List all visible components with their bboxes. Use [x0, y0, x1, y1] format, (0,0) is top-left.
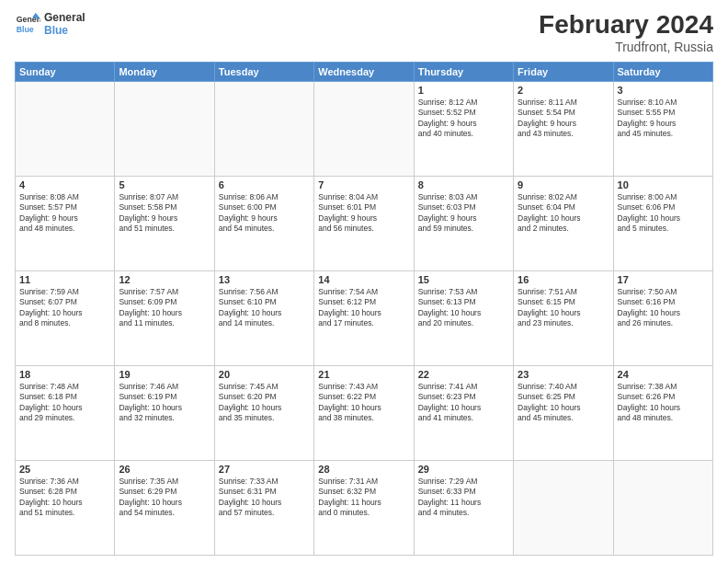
day-info: Sunrise: 7:38 AM Sunset: 6:26 PM Dayligh…: [618, 382, 709, 424]
calendar-cell: 29Sunrise: 7:29 AM Sunset: 6:33 PM Dayli…: [414, 460, 513, 555]
calendar-cell: 5Sunrise: 8:07 AM Sunset: 5:58 PM Daylig…: [115, 176, 214, 270]
column-header-friday: Friday: [514, 62, 613, 81]
day-info: Sunrise: 8:08 AM Sunset: 5:57 PM Dayligh…: [19, 192, 110, 235]
calendar-cell: 7Sunrise: 8:04 AM Sunset: 6:01 PM Daylig…: [314, 176, 414, 270]
day-number: 9: [518, 179, 609, 190]
calendar-cell: 4Sunrise: 8:08 AM Sunset: 5:57 PM Daylig…: [16, 176, 115, 270]
day-info: Sunrise: 7:48 AM Sunset: 6:18 PM Dayligh…: [19, 382, 110, 424]
day-info: Sunrise: 7:54 AM Sunset: 6:12 PM Dayligh…: [318, 287, 409, 329]
day-number: 1: [418, 85, 509, 96]
day-number: 23: [518, 369, 609, 380]
calendar-cell: [613, 460, 712, 555]
column-header-saturday: Saturday: [613, 62, 712, 81]
day-number: 22: [418, 369, 509, 380]
calendar-cell: 12Sunrise: 7:57 AM Sunset: 6:09 PM Dayli…: [115, 270, 214, 365]
day-number: 18: [19, 369, 110, 380]
day-number: 11: [19, 274, 110, 285]
day-info: Sunrise: 7:53 AM Sunset: 6:13 PM Dayligh…: [418, 287, 509, 329]
day-number: 2: [518, 85, 609, 96]
subtitle: Trudfront, Russia: [539, 40, 713, 54]
calendar-cell: [314, 81, 414, 176]
day-info: Sunrise: 7:43 AM Sunset: 6:22 PM Dayligh…: [318, 382, 409, 424]
day-number: 12: [119, 274, 210, 285]
calendar-cell: 23Sunrise: 7:40 AM Sunset: 6:25 PM Dayli…: [514, 365, 613, 460]
day-number: 17: [618, 274, 709, 285]
calendar-body: 1Sunrise: 8:12 AM Sunset: 5:52 PM Daylig…: [16, 81, 713, 555]
day-info: Sunrise: 8:04 AM Sunset: 6:01 PM Dayligh…: [318, 192, 409, 235]
day-info: Sunrise: 7:56 AM Sunset: 6:10 PM Dayligh…: [219, 287, 310, 329]
calendar-cell: 6Sunrise: 8:06 AM Sunset: 6:00 PM Daylig…: [214, 176, 313, 270]
logo-blue: Blue: [44, 24, 85, 37]
day-info: Sunrise: 7:33 AM Sunset: 6:31 PM Dayligh…: [219, 477, 310, 519]
week-row-3: 18Sunrise: 7:48 AM Sunset: 6:18 PM Dayli…: [16, 365, 713, 460]
day-info: Sunrise: 8:03 AM Sunset: 6:03 PM Dayligh…: [418, 192, 509, 235]
logo: General Blue General Blue: [15, 11, 85, 38]
calendar-cell: 10Sunrise: 8:00 AM Sunset: 6:06 PM Dayli…: [613, 176, 712, 270]
day-info: Sunrise: 7:41 AM Sunset: 6:23 PM Dayligh…: [418, 382, 509, 424]
day-number: 13: [219, 274, 310, 285]
calendar-cell: 20Sunrise: 7:45 AM Sunset: 6:20 PM Dayli…: [214, 365, 313, 460]
calendar-cell: 11Sunrise: 7:59 AM Sunset: 6:07 PM Dayli…: [16, 270, 115, 365]
day-number: 16: [518, 274, 609, 285]
calendar-cell: 2Sunrise: 8:11 AM Sunset: 5:54 PM Daylig…: [514, 81, 613, 176]
day-number: 10: [618, 179, 709, 190]
calendar-cell: [16, 81, 115, 176]
day-info: Sunrise: 8:12 AM Sunset: 5:52 PM Dayligh…: [418, 98, 509, 140]
calendar-cell: 8Sunrise: 8:03 AM Sunset: 6:03 PM Daylig…: [414, 176, 513, 270]
day-info: Sunrise: 7:50 AM Sunset: 6:16 PM Dayligh…: [618, 287, 709, 329]
week-row-1: 4Sunrise: 8:08 AM Sunset: 5:57 PM Daylig…: [16, 176, 713, 270]
week-row-4: 25Sunrise: 7:36 AM Sunset: 6:28 PM Dayli…: [16, 460, 713, 555]
main-title: February 2024: [539, 11, 713, 40]
calendar-cell: [115, 81, 214, 176]
calendar-cell: 26Sunrise: 7:35 AM Sunset: 6:29 PM Dayli…: [115, 460, 214, 555]
calendar-cell: [514, 460, 613, 555]
calendar-cell: 1Sunrise: 8:12 AM Sunset: 5:52 PM Daylig…: [414, 81, 513, 176]
title-block: February 2024 Trudfront, Russia: [539, 11, 713, 54]
calendar-cell: 24Sunrise: 7:38 AM Sunset: 6:26 PM Dayli…: [613, 365, 712, 460]
day-info: Sunrise: 7:29 AM Sunset: 6:33 PM Dayligh…: [418, 477, 509, 519]
day-info: Sunrise: 8:02 AM Sunset: 6:04 PM Dayligh…: [518, 192, 609, 235]
day-number: 15: [418, 274, 509, 285]
day-number: 8: [418, 179, 509, 190]
day-number: 20: [219, 369, 310, 380]
day-info: Sunrise: 7:31 AM Sunset: 6:32 PM Dayligh…: [318, 477, 409, 519]
calendar-cell: 13Sunrise: 7:56 AM Sunset: 6:10 PM Dayli…: [214, 270, 313, 365]
page: General Blue General Blue February 2024 …: [0, 0, 728, 563]
day-info: Sunrise: 7:40 AM Sunset: 6:25 PM Dayligh…: [518, 382, 609, 424]
day-number: 26: [119, 464, 210, 475]
day-number: 14: [318, 274, 409, 285]
calendar-cell: 14Sunrise: 7:54 AM Sunset: 6:12 PM Dayli…: [314, 270, 414, 365]
calendar-cell: [214, 81, 313, 176]
day-info: Sunrise: 7:46 AM Sunset: 6:19 PM Dayligh…: [119, 382, 210, 424]
day-number: 27: [219, 464, 310, 475]
svg-text:Blue: Blue: [17, 25, 34, 34]
day-number: 19: [119, 369, 210, 380]
day-number: 4: [19, 179, 110, 190]
day-number: 29: [418, 464, 509, 475]
calendar-cell: 28Sunrise: 7:31 AM Sunset: 6:32 PM Dayli…: [314, 460, 414, 555]
day-info: Sunrise: 8:07 AM Sunset: 5:58 PM Dayligh…: [119, 192, 210, 235]
day-info: Sunrise: 7:45 AM Sunset: 6:20 PM Dayligh…: [219, 382, 310, 424]
calendar-cell: 21Sunrise: 7:43 AM Sunset: 6:22 PM Dayli…: [314, 365, 414, 460]
day-number: 21: [318, 369, 409, 380]
day-info: Sunrise: 7:36 AM Sunset: 6:28 PM Dayligh…: [19, 477, 110, 519]
day-info: Sunrise: 7:35 AM Sunset: 6:29 PM Dayligh…: [119, 477, 210, 519]
calendar-cell: 16Sunrise: 7:51 AM Sunset: 6:15 PM Dayli…: [514, 270, 613, 365]
column-header-wednesday: Wednesday: [314, 62, 414, 81]
logo-general: General: [44, 11, 85, 24]
day-number: 7: [318, 179, 409, 190]
calendar-cell: 22Sunrise: 7:41 AM Sunset: 6:23 PM Dayli…: [414, 365, 513, 460]
week-row-0: 1Sunrise: 8:12 AM Sunset: 5:52 PM Daylig…: [16, 81, 713, 176]
day-info: Sunrise: 8:11 AM Sunset: 5:54 PM Dayligh…: [518, 98, 609, 140]
calendar-cell: 27Sunrise: 7:33 AM Sunset: 6:31 PM Dayli…: [214, 460, 313, 555]
calendar-cell: 3Sunrise: 8:10 AM Sunset: 5:55 PM Daylig…: [613, 81, 712, 176]
header-row: SundayMondayTuesdayWednesdayThursdayFrid…: [16, 62, 713, 81]
header: General Blue General Blue February 2024 …: [15, 11, 713, 54]
day-info: Sunrise: 8:06 AM Sunset: 6:00 PM Dayligh…: [219, 192, 310, 235]
calendar-cell: 19Sunrise: 7:46 AM Sunset: 6:19 PM Dayli…: [115, 365, 214, 460]
column-header-monday: Monday: [115, 62, 214, 81]
calendar-cell: 9Sunrise: 8:02 AM Sunset: 6:04 PM Daylig…: [514, 176, 613, 270]
calendar-header: SundayMondayTuesdayWednesdayThursdayFrid…: [16, 62, 713, 81]
week-row-2: 11Sunrise: 7:59 AM Sunset: 6:07 PM Dayli…: [16, 270, 713, 365]
logo-icon: General Blue: [15, 11, 40, 37]
